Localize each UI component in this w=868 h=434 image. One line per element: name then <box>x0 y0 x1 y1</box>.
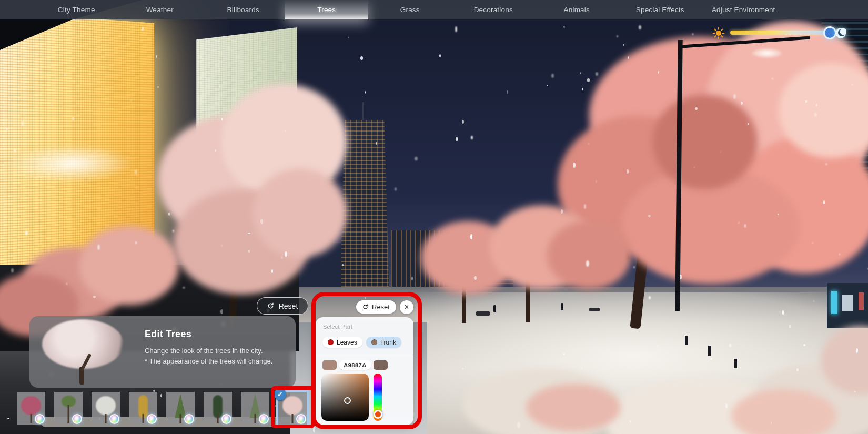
panel-description-line2: * The appearance of the trees will chang… <box>145 357 272 365</box>
moon-icon <box>835 27 846 39</box>
tree-thumbnail-white-speckled-tree[interactable] <box>92 392 120 425</box>
panel-description-line1: Change the look of the trees in the city… <box>145 347 263 355</box>
tab-trees[interactable]: Trees <box>285 0 369 19</box>
edit-trees-panel: Edit Trees Change the look of the trees … <box>29 316 296 388</box>
tree-thumbnail-cypress-tree[interactable] <box>204 392 232 425</box>
tree-thumbnail-magenta-blossom-tree[interactable] <box>17 392 45 425</box>
tab-weather[interactable]: Weather <box>118 0 202 19</box>
picker-reset-button[interactable]: Reset <box>356 300 396 314</box>
reset-arrow-icon <box>362 304 368 310</box>
tab-animals[interactable]: Animals <box>535 0 619 19</box>
hex-color-input[interactable] <box>339 360 371 370</box>
select-part-options: LeavesTrunk <box>322 337 401 348</box>
nav-tabs: City ThemeWeatherBillboardsTreesGrassDec… <box>35 0 868 19</box>
part-option-label: Trunk <box>380 339 396 346</box>
close-icon: × <box>404 302 409 312</box>
color-edit-badge-icon[interactable] <box>147 414 157 424</box>
part-option-label: Leaves <box>337 339 357 346</box>
color-edit-badge-icon[interactable] <box>221 414 231 424</box>
color-edit-badge-icon[interactable] <box>296 414 306 424</box>
sun-icon <box>712 27 725 39</box>
reset-arrow-icon <box>267 302 274 309</box>
color-picker-panel: Select Part LeavesTrunk <box>316 317 413 425</box>
tab-adjust-environment[interactable]: Adjust Environment <box>702 0 785 19</box>
part-option-trunk[interactable]: Trunk <box>366 337 401 348</box>
tab-grass[interactable]: Grass <box>368 0 452 19</box>
tree-thumbnail-slim-pine-tree[interactable] <box>241 392 269 425</box>
tab-billboards[interactable]: Billboards <box>201 0 285 19</box>
tab-city-theme[interactable]: City Theme <box>35 0 118 19</box>
reset-label: Reset <box>279 302 298 310</box>
color-edit-badge-icon[interactable] <box>35 414 45 424</box>
picker-close-button[interactable]: × <box>400 300 413 314</box>
tree-thumbnail-cherry-blossom-tree[interactable]: ✓ <box>278 392 307 425</box>
trunk-color-dot-icon <box>371 339 377 345</box>
color-edit-badge-icon[interactable] <box>259 414 269 424</box>
tab-special-effects[interactable]: Special Effects <box>619 0 702 19</box>
skyscraper <box>340 120 389 300</box>
time-slider-track[interactable] <box>730 31 833 35</box>
reset-trees-button[interactable]: Reset <box>257 297 308 315</box>
tree-thumbnail-golden-tree[interactable] <box>129 392 157 425</box>
color-edit-badge-icon[interactable] <box>109 414 119 424</box>
tree-thumbnail-green-palm-tree[interactable] <box>54 392 83 425</box>
leaves-color-dot-icon <box>328 339 334 345</box>
saturation-value-square[interactable] <box>321 374 369 421</box>
selected-check-icon: ✓ <box>274 388 286 400</box>
tree-thumbnail-pine-tree[interactable] <box>166 392 195 425</box>
color-edit-badge-icon[interactable] <box>184 414 194 424</box>
tab-decorations[interactable]: Decorations <box>452 0 536 19</box>
panel-title: Edit Trees <box>145 329 191 340</box>
game-screen: City ThemeWeatherBillboardsTreesGrassDec… <box>0 0 868 434</box>
left-color-swatch[interactable] <box>322 360 337 370</box>
hue-slider-knob[interactable] <box>374 410 382 419</box>
right-color-swatch[interactable] <box>374 360 388 370</box>
color-edit-badge-icon[interactable] <box>72 414 82 424</box>
part-option-leaves[interactable]: Leaves <box>322 337 362 348</box>
top-nav-bar: City ThemeWeatherBillboardsTreesGrassDec… <box>0 0 868 19</box>
picker-reset-label: Reset <box>372 303 390 311</box>
select-part-label: Select Part <box>323 324 352 330</box>
tree-thumbnail-row: ✓ <box>17 392 307 425</box>
saturation-cursor[interactable] <box>344 397 351 404</box>
